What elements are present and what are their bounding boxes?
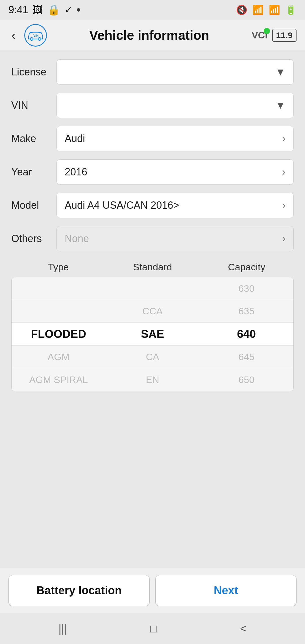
license-dropdown[interactable]: ▼ xyxy=(56,59,294,85)
check-icon: ✓ xyxy=(65,5,72,15)
wifi-icon: 📶 xyxy=(252,5,264,15)
cell-standard-0 xyxy=(106,284,200,294)
make-arrow-icon: › xyxy=(282,133,286,145)
vin-logo: VIN xyxy=(24,24,47,47)
dot-indicator xyxy=(77,8,80,12)
model-row: Model Audi A4 USA/CAN 2016> › xyxy=(11,193,294,218)
page-title: Vehicle information xyxy=(53,28,246,43)
table-row[interactable]: CCA 635 xyxy=(12,300,293,323)
bottom-nav: ||| □ < xyxy=(0,613,305,644)
nav-bar: ‹ VIN Vehicle information VCI 11.9 xyxy=(0,20,305,51)
license-row: License ▼ xyxy=(11,59,294,85)
year-row: Year 2016 › xyxy=(11,159,294,185)
col-capacity-header: Capacity xyxy=(200,259,294,275)
svg-text:VIN: VIN xyxy=(33,34,38,37)
others-value: None xyxy=(65,233,89,245)
battery-location-button[interactable]: Battery location xyxy=(8,575,150,606)
next-button[interactable]: Next xyxy=(155,575,297,606)
cell-standard-4: EN xyxy=(106,369,200,390)
others-selector[interactable]: None › xyxy=(56,226,294,251)
cell-type-1 xyxy=(12,306,106,316)
cell-standard-2: SAE xyxy=(106,323,200,345)
model-arrow-icon: › xyxy=(282,199,286,211)
back-nav-icon[interactable]: < xyxy=(240,622,247,635)
vin-label: VIN xyxy=(11,99,56,111)
year-label: Year xyxy=(11,166,56,178)
cell-capacity-1: 635 xyxy=(199,301,293,322)
vci-badge: VCI xyxy=(252,30,268,41)
cell-type-2: FLOODED xyxy=(12,323,106,345)
status-bar: 9:41 🖼 🔒 ✓ 🔇 📶 📶 🔋 xyxy=(0,0,305,20)
photo-icon: 🖼 xyxy=(33,4,43,16)
lock-icon: 🔒 xyxy=(47,4,60,16)
device-battery-badge: 11.9 xyxy=(272,29,297,42)
table-row[interactable]: AGM CA 645 xyxy=(12,346,293,368)
table-row-selected[interactable]: FLOODED SAE 640 xyxy=(12,323,293,346)
status-time: 9:41 xyxy=(8,4,28,16)
others-label: Others xyxy=(11,233,56,245)
cell-standard-3: CA xyxy=(106,346,200,367)
col-type-header: Type xyxy=(11,259,105,275)
vin-dropdown[interactable]: ▼ xyxy=(56,93,294,118)
bottom-action-bar: Battery location Next xyxy=(0,568,305,613)
battery-table: 630 CCA 635 FLOODED SAE 640 AGM CA 645 A… xyxy=(11,277,294,391)
nav-right: VCI 11.9 xyxy=(252,29,297,42)
col-standard-header: Standard xyxy=(105,259,199,275)
make-selector[interactable]: Audi › xyxy=(56,126,294,151)
menu-icon[interactable]: ||| xyxy=(58,622,67,635)
make-label: Make xyxy=(11,133,56,145)
cell-type-3: AGM xyxy=(12,346,106,367)
signal-icon: 📶 xyxy=(269,5,280,15)
table-row[interactable]: 630 xyxy=(12,277,293,300)
year-selector[interactable]: 2016 › xyxy=(56,159,294,185)
home-icon[interactable]: □ xyxy=(150,622,157,635)
cell-type-4: AGM SPIRAL xyxy=(12,369,106,390)
cell-type-0 xyxy=(12,284,106,294)
table-row[interactable]: AGM SPIRAL EN 650 xyxy=(12,368,293,391)
model-value: Audi A4 USA/CAN 2016> xyxy=(65,199,179,211)
mute-icon: 🔇 xyxy=(236,5,247,15)
cell-capacity-0: 630 xyxy=(199,278,293,299)
back-button[interactable]: ‹ xyxy=(8,25,19,46)
year-value: 2016 xyxy=(65,166,87,178)
others-arrow-icon: › xyxy=(282,233,286,245)
vci-connected-dot xyxy=(264,28,270,34)
model-selector[interactable]: Audi A4 USA/CAN 2016> › xyxy=(56,193,294,218)
make-value: Audi xyxy=(65,133,85,145)
table-header: Type Standard Capacity xyxy=(11,259,294,275)
model-label: Model xyxy=(11,199,56,211)
device-battery-level: 11.9 xyxy=(276,31,293,40)
vin-chevron-icon: ▼ xyxy=(275,99,286,111)
others-row: Others None › xyxy=(11,226,294,251)
make-row: Make Audi › xyxy=(11,126,294,151)
license-chevron-icon: ▼ xyxy=(275,66,286,78)
year-arrow-icon: › xyxy=(282,166,286,178)
battery-icon: 🔋 xyxy=(285,5,297,15)
vin-row: VIN ▼ xyxy=(11,93,294,118)
cell-capacity-4: 650 xyxy=(199,369,293,390)
main-content: License ▼ VIN ▼ Make Audi › Year 2016 › … xyxy=(0,51,305,568)
cell-capacity-2: 640 xyxy=(199,323,293,345)
cell-capacity-3: 645 xyxy=(199,346,293,367)
cell-standard-1: CCA xyxy=(106,301,200,322)
license-label: License xyxy=(11,66,56,78)
